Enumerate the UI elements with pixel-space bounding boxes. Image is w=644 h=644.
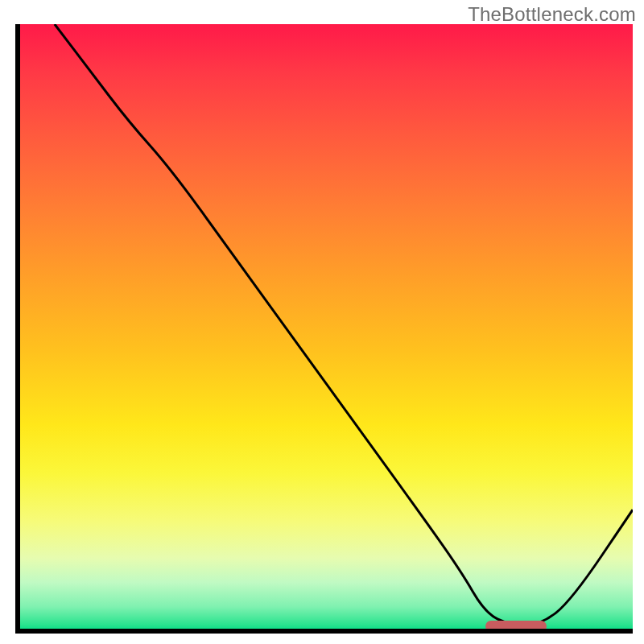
axes <box>0 0 644 644</box>
